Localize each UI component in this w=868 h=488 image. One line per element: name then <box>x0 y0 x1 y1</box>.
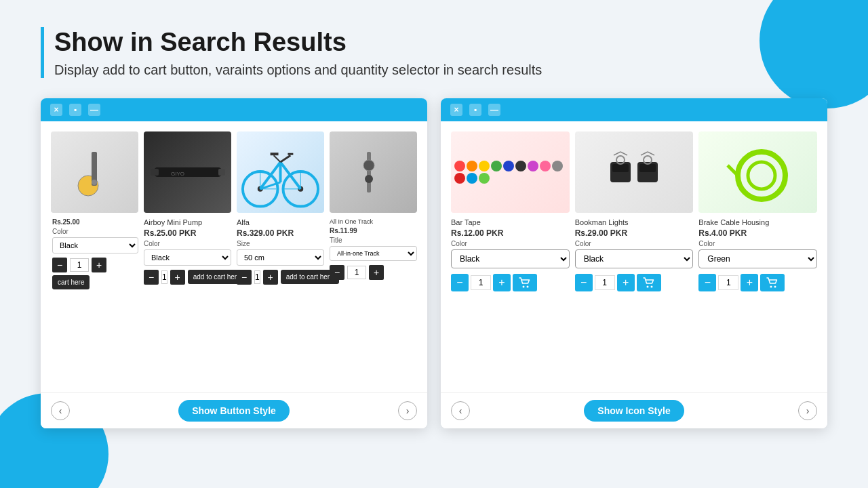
left-product-1-minus[interactable]: − <box>144 270 159 285</box>
right-product-1-select[interactable]: Black Red Green <box>451 249 570 268</box>
color-dot-blue <box>503 161 514 171</box>
color-dot-black <box>515 161 526 171</box>
pump-svg: GIYO <box>147 142 229 203</box>
color-dot-darkred <box>454 173 465 184</box>
left-product-2-minus[interactable]: − <box>237 270 252 285</box>
partial-qty-plus[interactable]: + <box>92 258 106 272</box>
left-product-1-qty: 1 <box>161 270 167 284</box>
partial-right-plus[interactable]: + <box>369 265 384 280</box>
right-product-3-name: Brake Cable Housing <box>698 218 817 226</box>
left-product-2-qty: 1 <box>254 270 260 284</box>
right-minimize-btn[interactable]: — <box>488 104 500 116</box>
tools-svg <box>75 145 115 199</box>
right-close-btn[interactable]: × <box>450 104 462 116</box>
cart-icon-svg-3 <box>766 277 778 288</box>
partial-label: Color <box>52 228 138 235</box>
svg-text:GIYO: GIYO <box>171 171 184 177</box>
left-product-2-plus[interactable]: + <box>263 270 278 285</box>
svg-line-32 <box>614 152 620 155</box>
svg-point-39 <box>650 285 652 287</box>
right-product-3-minus[interactable]: − <box>698 274 716 291</box>
right-product-2-plus[interactable]: + <box>617 274 635 291</box>
cable-svg <box>717 138 799 206</box>
right-product-1-minus[interactable]: − <box>451 274 469 291</box>
partial-add-to-cart[interactable]: cart here <box>52 275 90 289</box>
partial-qty-num: 1 <box>70 258 89 272</box>
left-product-2-qty-row: − 1 + add to cart here <box>237 270 324 285</box>
right-product-3-plus[interactable]: + <box>741 274 758 291</box>
partial-right-minus[interactable]: − <box>330 265 344 280</box>
header-section: Show in Search Results Display add to ca… <box>41 27 827 78</box>
left-product-2-select[interactable]: 50 cm 55 cm <box>237 249 324 266</box>
left-img-tools <box>51 131 138 213</box>
svg-rect-4 <box>151 169 159 176</box>
left-minimize-btn[interactable]: — <box>88 104 100 116</box>
left-maximize-btn[interactable]: ▪ <box>69 104 81 116</box>
svg-line-21 <box>274 155 281 162</box>
right-product-2-select[interactable]: Black White <box>575 249 694 268</box>
right-product-3: Brake Cable Housing Rs.4.00 PKR Color Gr… <box>698 131 817 291</box>
right-product-2-minus[interactable]: − <box>575 274 593 291</box>
page-title: Show in Search Results <box>54 27 827 58</box>
right-product-1-cart-icon[interactable] <box>513 274 537 291</box>
right-product-1-name: Bar Tape <box>451 218 570 226</box>
left-panel: × ▪ — <box>41 98 427 428</box>
right-product-1-label: Color <box>451 240 570 247</box>
color-dot-red <box>454 161 465 171</box>
left-product-2-price: Rs.329.00 PKR <box>237 228 324 238</box>
right-panel-footer: ‹ Show Icon Style › <box>441 392 827 428</box>
left-product-1-name: Airboy Mini Pump <box>144 218 231 226</box>
right-product-2-price: Rs.29.00 PKR <box>575 228 694 238</box>
svg-point-40 <box>738 152 785 199</box>
show-icon-style-btn[interactable]: Show Icon Style <box>584 400 684 422</box>
partial-variant-select[interactable]: Black <box>52 237 138 253</box>
left-img-bike <box>237 131 324 213</box>
right-product-2-cart-icon[interactable] <box>637 274 661 291</box>
right-products-row: Bar Tape Rs.12.00 PKR Color Black Red Gr… <box>451 131 817 291</box>
svg-rect-5 <box>218 169 225 176</box>
left-product-2-label: Size <box>237 240 324 247</box>
left-next-arrow[interactable]: › <box>398 401 417 420</box>
left-product-partial: Rs.25.00 Color Black − 1 + cart here <box>51 131 138 289</box>
svg-rect-3 <box>154 167 222 177</box>
left-products-row: Rs.25.00 Color Black − 1 + cart here <box>51 131 417 289</box>
color-dot-green <box>491 161 502 171</box>
partial-right-label: Title <box>330 237 417 244</box>
right-product-3-cart-icon[interactable] <box>760 274 785 291</box>
color-dot-orange <box>467 161 477 171</box>
color-dot-lightblue <box>467 173 477 184</box>
right-panel: × ▪ — <box>441 98 827 428</box>
right-prev-arrow[interactable]: ‹ <box>451 401 470 420</box>
left-product-1-plus[interactable]: + <box>170 270 185 285</box>
color-dot-yellow <box>479 161 490 171</box>
partial-right-name: All In One Track <box>330 218 417 225</box>
partial-right-select[interactable]: All-in-one Track <box>330 246 417 261</box>
svg-point-2 <box>92 180 97 185</box>
color-dot-pink <box>540 161 551 171</box>
left-close-btn[interactable]: × <box>50 104 62 116</box>
right-product-2-qty-row: − 1 + <box>575 274 694 291</box>
left-img-part <box>330 131 417 213</box>
right-product-3-select[interactable]: Green Black Red <box>698 249 817 268</box>
partial-qty-row: − 1 + <box>52 258 138 272</box>
right-next-arrow[interactable]: › <box>798 401 817 420</box>
tape-colors-container <box>451 157 570 187</box>
partial-qty-minus[interactable]: − <box>52 258 67 272</box>
left-titlebar: × ▪ — <box>41 98 427 121</box>
right-maximize-btn[interactable]: ▪ <box>469 104 481 116</box>
show-button-style-btn[interactable]: Show Button Style <box>178 400 290 422</box>
right-product-1-qty: 1 <box>471 275 491 290</box>
svg-line-31 <box>620 152 627 155</box>
left-prev-arrow[interactable]: ‹ <box>51 401 70 420</box>
svg-point-24 <box>363 160 374 171</box>
right-product-2-name: Bookman Lights <box>575 218 694 226</box>
right-img-tape <box>451 131 570 213</box>
partial-right-qty-num: 1 <box>347 266 366 279</box>
right-product-1-plus[interactable]: + <box>493 274 511 291</box>
right-product-2: Bookman Lights Rs.29.00 PKR Color Black … <box>575 131 694 291</box>
left-product-1-select[interactable]: Black Red <box>144 249 231 266</box>
panels-container: × ▪ — <box>41 98 827 428</box>
svg-line-19 <box>281 155 291 162</box>
svg-point-43 <box>770 285 772 287</box>
part-svg <box>357 145 391 199</box>
